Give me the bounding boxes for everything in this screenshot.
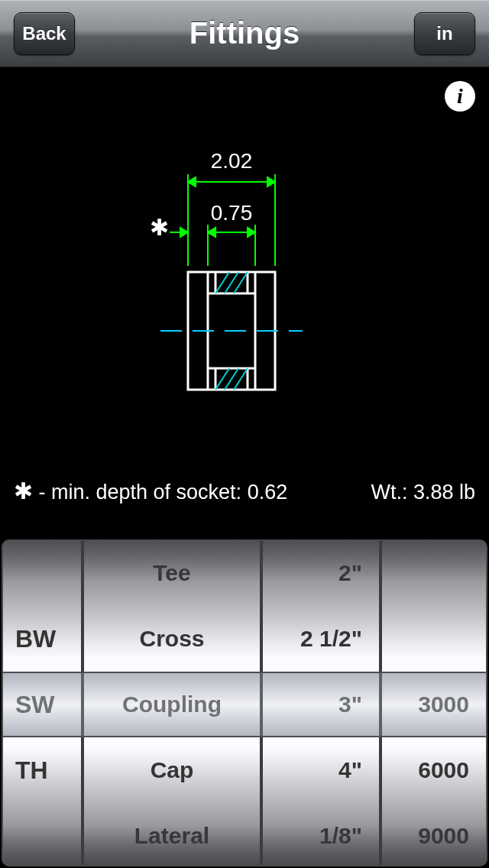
picker-row[interactable]: Lateral	[84, 803, 260, 866]
picker-row[interactable]: 9000	[382, 803, 483, 866]
svg-marker-11	[180, 228, 188, 237]
picker-row[interactable]: 2 1/2"	[263, 606, 379, 672]
navbar: Back Fittings in	[0, 0, 489, 67]
svg-marker-1	[188, 177, 196, 186]
dim-outer-label: 2.02	[211, 149, 253, 173]
picker-row[interactable]: Cap	[84, 737, 260, 803]
page-title: Fittings	[189, 16, 300, 50]
units-toggle-button[interactable]: in	[414, 12, 475, 55]
picker-row[interactable]: 3000	[382, 672, 483, 737]
picker-col-fitting[interactable]: TeeCrossCouplingCapLateral	[84, 541, 263, 865]
picker-col-size[interactable]: 2"2 1/2"3"4"1/8"	[263, 541, 382, 865]
svg-marker-7	[248, 228, 255, 237]
weight-label: Wt.: 3.88 lb	[371, 481, 475, 504]
picker-row[interactable]	[3, 540, 81, 606]
picker-col-class[interactable]: 300060009000	[382, 541, 483, 865]
picker-row[interactable]: Tee	[84, 540, 260, 606]
picker-row[interactable]: TH	[3, 737, 81, 803]
back-button[interactable]: Back	[14, 12, 75, 55]
diagram-footer: ✱ - min. depth of socket: 0.62 Wt.: 3.88…	[0, 478, 489, 504]
picker-row[interactable]: BW	[3, 606, 81, 672]
picker-col-type[interactable]: BWSWTH	[3, 541, 84, 865]
star-icon: ✱	[14, 478, 33, 504]
star-marker: ✱	[150, 215, 169, 240]
picker-row[interactable]: 6000	[382, 737, 483, 803]
svg-marker-2	[267, 177, 275, 186]
picker-row[interactable]: 2"	[263, 540, 379, 606]
picker-row[interactable]: SW	[3, 672, 81, 737]
picker-row[interactable]: 4"	[263, 737, 379, 803]
picker-row[interactable]	[382, 540, 483, 606]
picker-row[interactable]	[382, 606, 483, 672]
picker-row[interactable]: Coupling	[84, 672, 260, 737]
svg-marker-6	[208, 228, 215, 237]
diagram-area: i 2.02 0.75 ✱	[0, 67, 489, 539]
dim-inner-label: 0.75	[211, 201, 253, 225]
fitting-diagram: 2.02 0.75 ✱	[0, 67, 489, 465]
picker-row[interactable]: 3"	[263, 672, 379, 737]
socket-depth-note: ✱ - min. depth of socket: 0.62	[14, 478, 287, 504]
picker: BWSWTH TeeCrossCouplingCapLateral 2"2 1/…	[2, 539, 487, 866]
picker-row[interactable]	[3, 803, 81, 866]
picker-row[interactable]: Cross	[84, 606, 260, 672]
picker-row[interactable]: 1/8"	[263, 803, 379, 866]
